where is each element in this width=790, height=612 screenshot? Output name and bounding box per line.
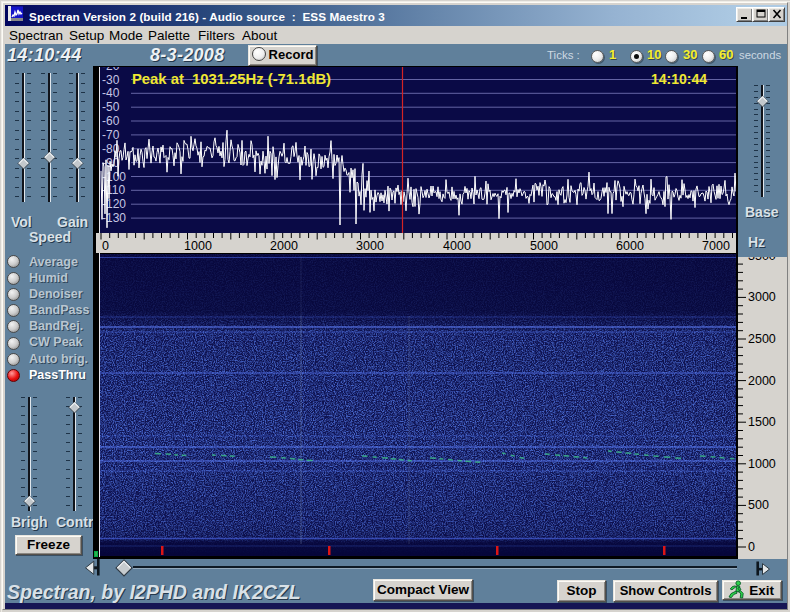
svg-text:2000: 2000 [748,374,776,388]
svg-text:-30: -30 [102,73,120,87]
svg-text:-40: -40 [102,86,120,100]
svg-text:-60: -60 [102,114,120,128]
svg-text:-130: -130 [102,211,126,225]
svg-text:3000: 3000 [748,290,776,304]
svg-text:4000: 4000 [443,239,471,253]
svg-text:0: 0 [748,540,755,554]
svg-text:7000: 7000 [702,239,730,253]
svg-text:Peak at 1031.25Hz (-71.1dB): Peak at 1031.25Hz (-71.1dB) [132,71,331,87]
svg-text:5000: 5000 [530,239,558,253]
svg-text:3000: 3000 [356,239,384,253]
svg-text:1000: 1000 [184,239,212,253]
svg-text:3500: 3500 [748,257,776,263]
svg-text:-50: -50 [102,100,120,114]
svg-text:2000: 2000 [270,239,298,253]
svg-text:14:10:44: 14:10:44 [651,71,707,87]
svg-text:500: 500 [748,498,769,512]
svg-text:6000: 6000 [616,239,644,253]
svg-text:1000: 1000 [748,457,776,471]
svg-text:0: 0 [102,239,109,253]
svg-text:1500: 1500 [748,415,776,429]
svg-text:2500: 2500 [748,332,776,346]
svg-text:-20: -20 [102,67,120,73]
svg-text:-70: -70 [102,128,120,142]
